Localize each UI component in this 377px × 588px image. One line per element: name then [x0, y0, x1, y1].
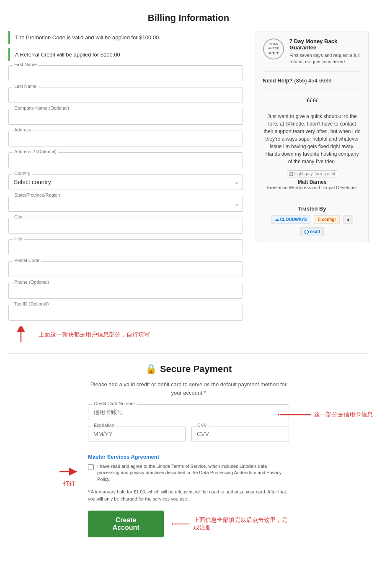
guarantee-description: First seven days and request a full refu… — [289, 52, 362, 65]
nsoft-logo: ◯ nsoft — [300, 227, 324, 236]
referral-alert: A Referral Credit will be applied for $1… — [8, 48, 243, 61]
trusted-by-section: Trusted By ☁ CLOUDWAYS C configr ∎ ◯ nso… — [263, 201, 362, 236]
btn-annotation-row: Create Account 上面信息全部填完以后点击这里，完成注册 — [88, 511, 289, 537]
guarantee-circle: GUAR ANTEE ★★★ — [263, 39, 284, 59]
reviewer-name: Matt Barnes — [263, 179, 362, 185]
cloudways-logo: ☁ CLOUDWAYS — [271, 215, 311, 224]
trusted-by-title: Trusted By — [263, 201, 362, 212]
checkbox-annotation: 打钉 — [59, 463, 80, 488]
country-group: Country Select country ⌄ — [8, 174, 243, 190]
city2-label: City — [13, 236, 24, 241]
credit-card-annotation-row: Credit Card Number 这一部分是信用卡信息 — [88, 404, 289, 420]
checkbox-annotation-label: 打钉 — [63, 480, 75, 488]
page-title: Billing Information — [8, 13, 369, 23]
state-group: State/Province/Region - ⌄ — [8, 196, 243, 212]
cvv-input[interactable] — [191, 426, 289, 442]
phone-group: Phone (Optional) — [8, 283, 243, 299]
credit-card-input[interactable] — [88, 404, 289, 420]
state-select[interactable]: - — [8, 196, 243, 212]
promo-alert: The Promotion Code is valid and will be … — [8, 31, 243, 44]
address2-label: Address 2 (Optional) — [13, 149, 58, 154]
testimonial-text: Just want to give a quick shoutout to th… — [263, 113, 362, 165]
expiry-cvv-row: Expiration CVV — [88, 426, 289, 448]
reviewer-title: Freelance Wordpress and Drupal Developer — [263, 185, 362, 190]
right-column: GUAR ANTEE ★★★ 7 Day Money Back Guarante… — [256, 31, 369, 252]
tax-id-label: Tax ID (Optional) — [13, 301, 51, 306]
create-account-annotation: 上面信息全部填完以后点击这里，完成注册 — [172, 516, 289, 532]
configr-logo: C configr — [314, 215, 340, 224]
quote-mark-icon: ““ — [263, 96, 362, 109]
company-name-group: Company Name (Optional) — [8, 109, 243, 125]
lock-icon: 🔒 — [145, 364, 157, 375]
hold-notice: * A temporary hold for $1.00, which will… — [88, 488, 289, 502]
phone-label: Phone (Optional) — [13, 280, 51, 285]
red-arrow-right-icon — [59, 463, 80, 480]
payment-section: 🔒 Secure Payment Please add a valid cred… — [88, 364, 289, 537]
need-help-phone: (855) 454-6633 — [294, 77, 331, 84]
country-select[interactable]: Select country — [8, 174, 243, 190]
need-help-label: Need Help? — [263, 77, 293, 84]
cvv-label: CVV — [196, 423, 209, 428]
unknown-logo: ∎ — [343, 215, 353, 224]
city-input[interactable] — [8, 218, 243, 234]
tax-id-input[interactable] — [8, 305, 243, 321]
user-info-annotation-text: 上面这一整块都是用户信息部分，自行填写 — [39, 331, 150, 339]
credit-card-label: Credit Card Number — [92, 401, 137, 406]
reviewer-row: 🖼 Light gray, facing right — [263, 170, 362, 177]
terms-checkbox-label: I have read and agree to the Linode Term… — [97, 463, 289, 483]
create-account-annotation-text: 上面信息全部填完以后点击这里，完成注册 — [194, 516, 289, 532]
city-group: City — [8, 218, 243, 234]
guarantee-text: 7 Day Money Back Guarantee First seven d… — [289, 38, 362, 65]
guarantee-badge: GUAR ANTEE ★★★ — [263, 38, 284, 60]
country-label: Country — [13, 171, 32, 176]
user-info-annotation: 上面这一整块都是用户信息部分，自行填写 — [8, 326, 243, 343]
section-divider — [8, 353, 369, 354]
cc-annotation: 这一部分是信用卡信息 — [278, 408, 373, 421]
checkbox-row: I have read and agree to the Linode Term… — [88, 463, 289, 483]
first-name-label: First Name — [13, 62, 39, 67]
expiration-label: Expiration — [92, 423, 116, 428]
need-help: Need Help? (855) 454-6633 — [263, 77, 362, 90]
msa-link[interactable]: Master Services Agreement — [88, 454, 289, 460]
last-name-input[interactable] — [8, 87, 243, 103]
credit-card-group: Credit Card Number — [88, 404, 289, 420]
address-input[interactable] — [8, 131, 243, 146]
city2-input[interactable] — [8, 239, 243, 255]
first-name-input[interactable] — [8, 65, 243, 81]
guarantee-title: 7 Day Money Back Guarantee — [289, 38, 362, 51]
state-label: State/Province/Region — [13, 193, 62, 198]
testimonial-section: ““ Just want to give a quick shoutout to… — [263, 96, 362, 194]
city-label: City — [13, 214, 24, 219]
company-name-input[interactable] — [8, 109, 243, 125]
payment-description: Please add a valid credit or debit card … — [88, 380, 289, 397]
cc-annotation-text: 这一部分是信用卡信息 — [314, 411, 373, 419]
guarantee-row: GUAR ANTEE ★★★ 7 Day Money Back Guarante… — [263, 38, 362, 72]
address-group: Address — [8, 131, 243, 146]
city2-group: City — [8, 239, 243, 255]
red-arrow-left-icon — [278, 408, 312, 421]
company-name-label: Company Name (Optional) — [13, 105, 71, 110]
postal-code-label: Postal Code — [13, 258, 41, 263]
red-arrow-up-icon — [8, 326, 34, 343]
expiration-group: Expiration — [88, 426, 186, 442]
first-name-group: First Name — [8, 65, 243, 81]
address2-input[interactable] — [8, 152, 243, 168]
last-name-group: Last Name — [8, 87, 243, 103]
broken-image-indicator: 🖼 Light gray, facing right — [287, 170, 337, 177]
state-select-wrapper: - ⌄ — [8, 196, 243, 212]
trusted-logos: ☁ CLOUDWAYS C configr ∎ ◯ nsoft — [263, 215, 362, 236]
address2-group: Address 2 (Optional) — [8, 152, 243, 168]
cvv-group: CVV — [191, 426, 289, 442]
sidebar-card: GUAR ANTEE ★★★ 7 Day Money Back Guarante… — [256, 31, 369, 243]
country-select-wrapper: Select country ⌄ — [8, 174, 243, 190]
terms-checkbox[interactable] — [88, 464, 94, 470]
secure-payment-title: 🔒 Secure Payment — [88, 364, 289, 375]
phone-input[interactable] — [8, 283, 243, 299]
red-arrow-left-btn-icon — [172, 518, 190, 530]
checkbox-annotation-wrapper: I have read and agree to the Linode Term… — [88, 463, 289, 483]
postal-code-input[interactable] — [8, 261, 243, 277]
expiration-input[interactable] — [88, 426, 186, 442]
last-name-label: Last Name — [13, 84, 38, 89]
left-column: The Promotion Code is valid and will be … — [8, 31, 243, 343]
create-account-button[interactable]: Create Account — [88, 511, 164, 537]
